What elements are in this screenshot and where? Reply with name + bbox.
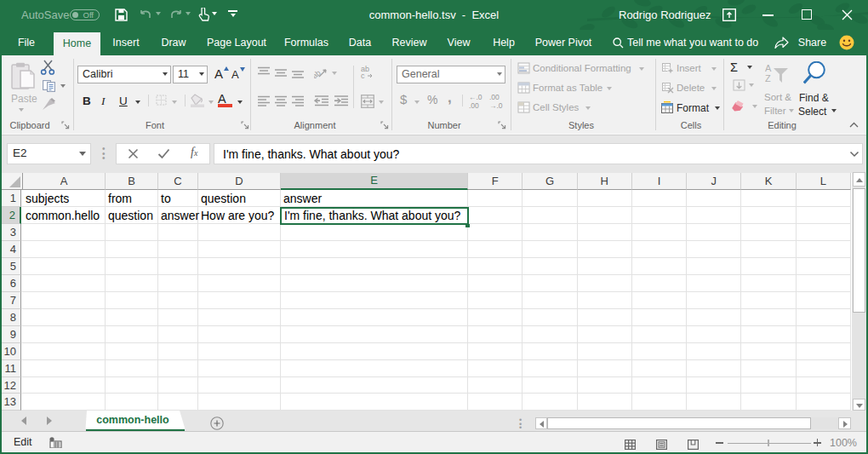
svg-text:ab: ab: [314, 68, 323, 79]
svg-text:Z: Z: [765, 73, 771, 83]
svg-text:A: A: [765, 63, 772, 73]
svg-text:c: c: [361, 72, 365, 80]
